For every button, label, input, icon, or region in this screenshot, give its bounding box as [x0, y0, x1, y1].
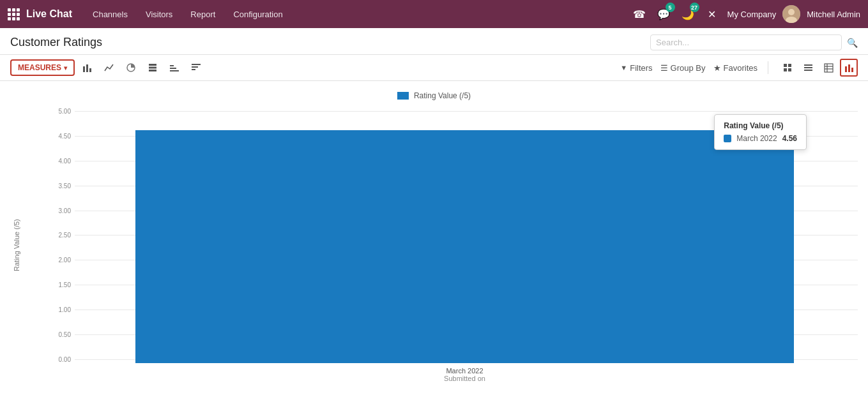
- y-tick-200: 2.00: [49, 257, 71, 264]
- nav-visitors[interactable]: Visitors: [138, 6, 180, 23]
- tooltip-title: Rating Value (/5): [724, 121, 797, 130]
- svg-rect-29: [851, 68, 853, 72]
- svg-rect-15: [192, 69, 195, 70]
- stacked-icon[interactable]: [144, 59, 162, 77]
- y-tick-050: 0.50: [49, 331, 71, 338]
- moon-icon[interactable]: 🌙 27: [679, 5, 697, 23]
- y-tick-000: 0.00: [49, 356, 71, 363]
- svg-rect-10: [170, 70, 179, 71]
- svg-point-1: [788, 9, 795, 15]
- svg-rect-11: [170, 68, 176, 69]
- svg-rect-21: [804, 67, 812, 68]
- sort-asc-icon[interactable]: [165, 59, 183, 77]
- search-placeholder: Search...: [656, 38, 836, 47]
- svg-rect-7: [149, 64, 156, 66]
- view-toggle: [779, 59, 858, 77]
- groupby-icon: ☰: [660, 63, 668, 73]
- star-icon: ★: [713, 63, 721, 73]
- phone-icon[interactable]: ☎: [630, 5, 648, 23]
- groupby-label: Group By: [671, 63, 706, 73]
- page-header: Customer Ratings Search... 🔍: [0, 28, 868, 55]
- bars-area: Rating Value (/5) March 2022 4.56: [72, 108, 858, 363]
- x-axis-sublabel: Submitted on: [444, 375, 485, 382]
- chart-inner: 5.00 4.50 4.00 3.50 3.00: [23, 108, 858, 382]
- kanban-view-button[interactable]: [779, 59, 796, 77]
- nav-configuration[interactable]: Configuration: [225, 6, 290, 23]
- nav-channels[interactable]: Channels: [85, 6, 135, 23]
- measures-button[interactable]: MEASURES ▾: [10, 59, 75, 76]
- y-tick-300: 3.00: [49, 207, 71, 214]
- table-view-button[interactable]: [819, 59, 837, 77]
- nav-right: ☎ 💬 5 🌙 27 ✕ My Company Mitchell Admin: [630, 5, 860, 23]
- nav-report[interactable]: Report: [183, 6, 223, 23]
- favorites-label: Favorites: [724, 63, 758, 73]
- svg-rect-27: [845, 66, 847, 72]
- svg-rect-19: [788, 68, 791, 71]
- svg-rect-20: [804, 64, 812, 66]
- chart-legend: Rating Value (/5): [10, 91, 858, 100]
- chat-badge: 5: [666, 3, 675, 12]
- tooltip-value: 4.56: [782, 134, 797, 143]
- toolbar-right: ▼ Filters ☰ Group By ★ Favorites: [620, 59, 858, 77]
- filters-button[interactable]: ▼ Filters: [620, 63, 652, 73]
- chart-container: Rating Value (/5) Rating Value (/5) 5.00…: [0, 81, 868, 400]
- tooltip-row: March 2022 4.56: [724, 134, 797, 143]
- x-axis: March 2022 Submitted on: [72, 367, 858, 382]
- filter-label: Filters: [630, 63, 652, 73]
- close-icon[interactable]: ✕: [703, 5, 721, 23]
- svg-rect-16: [784, 64, 787, 67]
- chart-area: Rating Value (/5) 5.00 4.50 4.00 3.50: [10, 108, 858, 382]
- bar-chart-view-button[interactable]: [840, 59, 858, 77]
- tooltip-month: March 2022: [736, 134, 777, 143]
- pie-chart-icon[interactable]: [122, 59, 140, 77]
- bar-chart-icon[interactable]: [79, 59, 96, 77]
- y-tick-150: 1.50: [49, 281, 71, 288]
- svg-rect-12: [170, 65, 174, 66]
- svg-rect-3: [83, 66, 85, 72]
- company-name[interactable]: My Company: [727, 10, 777, 19]
- y-tick-500: 5.00: [49, 108, 71, 115]
- favorites-button[interactable]: ★ Favorites: [713, 63, 758, 73]
- svg-rect-8: [149, 67, 156, 69]
- search-icon[interactable]: 🔍: [847, 38, 858, 48]
- bar-march-2022[interactable]: [135, 130, 794, 363]
- svg-rect-13: [192, 64, 201, 65]
- svg-rect-14: [192, 66, 198, 68]
- line-chart-icon[interactable]: [100, 59, 118, 77]
- sort-desc-icon[interactable]: [187, 59, 205, 77]
- svg-rect-23: [825, 64, 833, 72]
- nav-menu: Channels Visitors Report Configuration: [85, 6, 630, 23]
- svg-rect-17: [788, 64, 791, 67]
- tooltip-color-swatch: [724, 135, 731, 142]
- y-axis-label: Rating Value (/5): [10, 108, 23, 382]
- y-tick-250: 2.50: [49, 232, 71, 239]
- top-navigation: Live Chat Channels Visitors Report Confi…: [0, 0, 868, 28]
- moon-badge: 27: [690, 3, 699, 12]
- y-tick-450: 4.50: [49, 133, 71, 140]
- filter-icon: ▼: [620, 64, 627, 71]
- username[interactable]: Mitchell Admin: [807, 10, 860, 19]
- toolbar: MEASURES ▾ ▼ Filters: [0, 55, 868, 81]
- x-axis-label: March 2022: [446, 367, 483, 375]
- svg-rect-18: [784, 68, 787, 71]
- svg-rect-28: [848, 64, 850, 72]
- chart-tooltip: Rating Value (/5) March 2022 4.56: [714, 114, 807, 150]
- y-tick-400: 4.00: [49, 158, 71, 165]
- app-logo[interactable]: Live Chat: [26, 8, 72, 20]
- legend-label: Rating Value (/5): [414, 91, 471, 100]
- chat-icon[interactable]: 💬 5: [655, 5, 673, 23]
- legend-color-swatch: [397, 92, 409, 100]
- search-bar[interactable]: Search...: [650, 34, 842, 50]
- svg-rect-5: [89, 68, 91, 72]
- groupby-button[interactable]: ☰ Group By: [660, 63, 706, 73]
- page-title: Customer Ratings: [10, 36, 650, 49]
- toolbar-separator: [768, 61, 768, 74]
- app-grid-icon[interactable]: [8, 8, 20, 20]
- svg-rect-9: [149, 70, 156, 71]
- y-tick-100: 1.00: [49, 306, 71, 313]
- avatar[interactable]: [782, 5, 800, 23]
- svg-rect-22: [804, 70, 812, 71]
- list-view-button[interactable]: [799, 59, 817, 77]
- measures-label: MEASURES: [18, 63, 61, 72]
- y-tick-350: 3.50: [49, 183, 71, 190]
